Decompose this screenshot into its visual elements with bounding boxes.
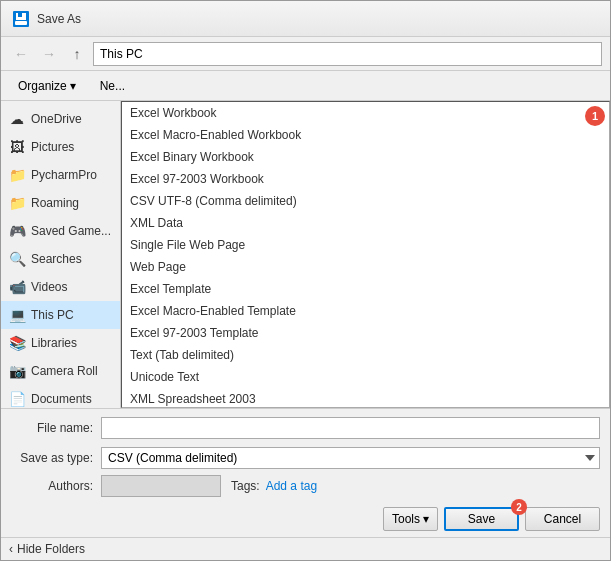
video-icon: 📹 — [9, 279, 25, 295]
tools-button[interactable]: Tools ▾ — [383, 507, 438, 531]
back-button[interactable]: ← — [9, 42, 33, 66]
sidebar-item-documents[interactable]: 📄 Documents — [1, 385, 120, 408]
sidebar-item-searches[interactable]: 🔍 Searches — [1, 245, 120, 273]
pictures-icon: 🖼 — [9, 139, 25, 155]
sidebar-item-videos[interactable]: 📹 Videos — [1, 273, 120, 301]
bottom-section: File name: Save as type: CSV (Comma deli… — [1, 408, 610, 537]
sidebar-item-saved-games[interactable]: 🎮 Saved Game... — [1, 217, 120, 245]
file-list-item[interactable]: XML Spreadsheet 2003 — [122, 388, 609, 408]
main-content: ☁ OneDrive 🖼 Pictures 📁 PycharmPro 📁 Roa… — [1, 101, 610, 408]
folder-icon-2: 📁 — [9, 195, 25, 211]
chevron-down-icon: ▾ — [70, 79, 76, 93]
file-list-item[interactable]: Excel 97-2003 Template — [122, 322, 609, 344]
forward-button[interactable]: → — [37, 42, 61, 66]
savetype-row: Save as type: CSV (Comma delimited) — [11, 445, 600, 471]
add-tag-link[interactable]: Add a tag — [266, 479, 317, 493]
sidebar-item-onedrive[interactable]: ☁ OneDrive — [1, 105, 120, 133]
chevron-left-icon: ‹ — [9, 542, 13, 556]
savetype-label: Save as type: — [11, 451, 101, 465]
toolbar: Organize ▾ Ne... — [1, 71, 610, 101]
authors-label: Authors: — [11, 479, 101, 493]
document-icon: 📄 — [9, 391, 25, 407]
sidebar-item-libraries[interactable]: 📚 Libraries — [1, 329, 120, 357]
cloud-icon: ☁ — [9, 111, 25, 127]
file-list-item[interactable]: Excel Template — [122, 278, 609, 300]
savetype-select[interactable]: CSV (Comma delimited) — [101, 447, 600, 469]
svg-rect-2 — [18, 13, 22, 17]
filename-label: File name: — [11, 421, 101, 435]
save-button[interactable]: Save — [444, 507, 519, 531]
cancel-button[interactable]: Cancel — [525, 507, 600, 531]
file-list-item[interactable]: Excel 97-2003 Workbook — [122, 168, 609, 190]
badge-2: 2 — [511, 499, 527, 515]
search-icon: 🔍 — [9, 251, 25, 267]
file-list-item[interactable]: Excel Macro-Enabled Template — [122, 300, 609, 322]
game-icon: 🎮 — [9, 223, 25, 239]
organize-button[interactable]: Organize ▾ — [9, 75, 85, 97]
file-list-item[interactable]: Excel Macro-Enabled Workbook — [122, 124, 609, 146]
save-as-dialog: Save As ← → ↑ Organize ▾ Ne... ☁ On — [0, 0, 611, 561]
button-row: Tools ▾ Save 2 Cancel — [11, 503, 600, 531]
sidebar: ☁ OneDrive 🖼 Pictures 📁 PycharmPro 📁 Roa… — [1, 101, 121, 408]
sidebar-item-pycharm[interactable]: 📁 PycharmPro — [1, 161, 120, 189]
file-list-item[interactable]: Text (Tab delimited) — [122, 344, 609, 366]
up-button[interactable]: ↑ — [65, 42, 89, 66]
folder-icon: 📁 — [9, 167, 25, 183]
tags-section: Tags: Add a tag — [231, 479, 317, 493]
library-icon: 📚 — [9, 335, 25, 351]
filename-row: File name: — [11, 415, 600, 441]
authors-row: Authors: Tags: Add a tag — [11, 475, 600, 497]
camera-icon: 📷 — [9, 363, 25, 379]
filename-input[interactable] — [101, 417, 600, 439]
authors-input[interactable] — [101, 475, 221, 497]
hide-folders-bar[interactable]: ‹ Hide Folders — [1, 537, 610, 560]
sidebar-item-pictures[interactable]: 🖼 Pictures — [1, 133, 120, 161]
badge-1: 1 — [585, 106, 605, 126]
address-bar[interactable] — [93, 42, 602, 66]
tags-label: Tags: — [231, 479, 260, 493]
file-list-item[interactable]: Excel Binary Workbook — [122, 146, 609, 168]
file-list-item[interactable]: Single File Web Page — [122, 234, 609, 256]
file-list-item[interactable]: CSV UTF-8 (Comma delimited) — [122, 190, 609, 212]
file-list-item[interactable]: XML Data — [122, 212, 609, 234]
tools-chevron-icon: ▾ — [423, 512, 429, 526]
sidebar-item-this-pc[interactable]: 💻 This PC — [1, 301, 120, 329]
save-icon — [13, 11, 29, 27]
svg-rect-3 — [15, 21, 27, 25]
dialog-title: Save As — [37, 12, 598, 26]
file-list-item[interactable]: Web Page — [122, 256, 609, 278]
computer-icon: 💻 — [9, 307, 25, 323]
file-list-item[interactable]: Unicode Text — [122, 366, 609, 388]
new-folder-button[interactable]: Ne... — [91, 75, 134, 97]
title-bar: Save As — [1, 1, 610, 37]
nav-bar: ← → ↑ — [1, 37, 610, 71]
sidebar-item-camera-roll[interactable]: 📷 Camera Roll — [1, 357, 120, 385]
file-format-list[interactable]: 1 Excel WorkbookExcel Macro-Enabled Work… — [121, 101, 610, 408]
file-list-item[interactable]: Excel Workbook — [122, 102, 609, 124]
sidebar-item-roaming[interactable]: 📁 Roaming — [1, 189, 120, 217]
